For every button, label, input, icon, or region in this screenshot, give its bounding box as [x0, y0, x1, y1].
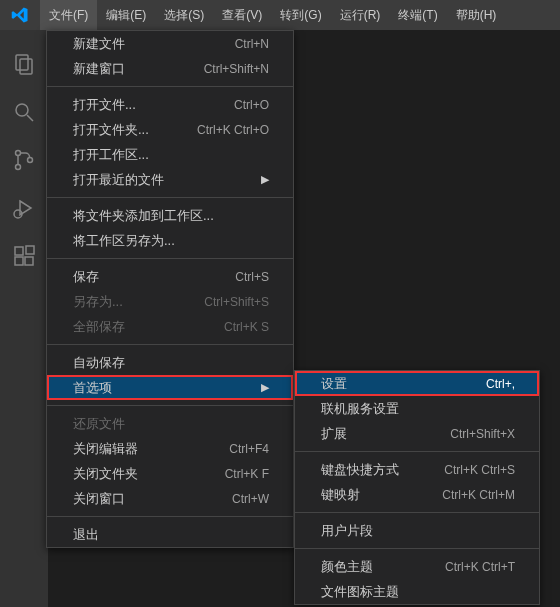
menu-文件(F)[interactable]: 文件(F)	[40, 0, 97, 30]
vscode-logo-icon	[0, 0, 40, 30]
pref-menu-label: 文件图标主题	[321, 583, 399, 601]
file-menu-separator	[47, 197, 293, 198]
svg-point-2	[16, 104, 28, 116]
file-menu-label: 退出	[73, 526, 99, 544]
pref-menu-separator	[295, 451, 539, 452]
pref-menu-item-0[interactable]: 设置Ctrl+,	[295, 371, 539, 396]
file-menu-item-6[interactable]: 打开最近的文件▶	[47, 167, 293, 192]
svg-rect-0	[16, 55, 28, 70]
extensions-icon[interactable]	[0, 232, 48, 280]
pref-menu-shortcut: Ctrl+K Ctrl+S	[444, 463, 515, 477]
pref-menu-item-4[interactable]: 键盘快捷方式Ctrl+K Ctrl+S	[295, 457, 539, 482]
file-menu-shortcut: Ctrl+F4	[229, 442, 269, 456]
file-menu-shortcut: Ctrl+Shift+S	[204, 295, 269, 309]
file-menu-separator	[47, 516, 293, 517]
pref-menu-label: 扩展	[321, 425, 347, 443]
file-menu-label: 还原文件	[73, 415, 125, 433]
pref-menu-item-1[interactable]: 联机服务设置	[295, 396, 539, 421]
pref-menu-shortcut: Ctrl+K Ctrl+M	[442, 488, 515, 502]
svg-line-3	[27, 115, 33, 121]
pref-menu-item-2[interactable]: 扩展Ctrl+Shift+X	[295, 421, 539, 446]
file-menu-shortcut: Ctrl+W	[232, 492, 269, 506]
file-menu-separator	[47, 258, 293, 259]
file-menu-label: 打开文件...	[73, 96, 136, 114]
menu-转到(G)[interactable]: 转到(G)	[271, 0, 330, 30]
file-menu-separator	[47, 86, 293, 87]
file-menu-label: 全部保存	[73, 318, 125, 336]
svg-rect-1	[20, 59, 32, 74]
preferences-submenu-dropdown: 设置Ctrl+,联机服务设置扩展Ctrl+Shift+X键盘快捷方式Ctrl+K…	[294, 370, 540, 605]
pref-menu-item-5[interactable]: 键映射Ctrl+K Ctrl+M	[295, 482, 539, 507]
file-menu-shortcut: Ctrl+O	[234, 98, 269, 112]
svg-rect-10	[15, 257, 23, 265]
pref-menu-item-7[interactable]: 用户片段	[295, 518, 539, 543]
file-menu-label: 打开最近的文件	[73, 171, 164, 189]
menu-编辑(E)[interactable]: 编辑(E)	[97, 0, 155, 30]
file-menu-label: 保存	[73, 268, 99, 286]
file-menu-shortcut: Ctrl+Shift+N	[204, 62, 269, 76]
explorer-icon[interactable]	[0, 40, 48, 88]
menu-查看(V)[interactable]: 查看(V)	[213, 0, 271, 30]
file-menu-shortcut: Ctrl+N	[235, 37, 269, 51]
file-menu-item-21[interactable]: 关闭窗口Ctrl+W	[47, 486, 293, 511]
file-menu-label: 关闭窗口	[73, 490, 125, 508]
file-menu-item-11[interactable]: 保存Ctrl+S	[47, 264, 293, 289]
menu-运行(R)[interactable]: 运行(R)	[331, 0, 390, 30]
menu-选择(S)[interactable]: 选择(S)	[155, 0, 213, 30]
file-menu-item-16[interactable]: 首选项▶	[47, 375, 293, 400]
pref-menu-label: 用户片段	[321, 522, 373, 540]
file-menu-shortcut: Ctrl+K Ctrl+O	[197, 123, 269, 137]
file-menu-item-15[interactable]: 自动保存	[47, 350, 293, 375]
pref-menu-label: 联机服务设置	[321, 400, 399, 418]
file-menu-item-1[interactable]: 新建窗口Ctrl+Shift+N	[47, 56, 293, 81]
file-menu-item-12: 另存为...Ctrl+Shift+S	[47, 289, 293, 314]
activity-bar	[0, 30, 48, 607]
file-menu-item-5[interactable]: 打开工作区...	[47, 142, 293, 167]
file-menu-shortcut: Ctrl+S	[235, 270, 269, 284]
file-menu-dropdown: 新建文件Ctrl+N新建窗口Ctrl+Shift+N打开文件...Ctrl+O打…	[46, 30, 294, 548]
svg-rect-11	[25, 257, 33, 265]
file-menu-item-9[interactable]: 将工作区另存为...	[47, 228, 293, 253]
file-menu-item-8[interactable]: 将文件夹添加到工作区...	[47, 203, 293, 228]
menubar: 文件(F)编辑(E)选择(S)查看(V)转到(G)运行(R)终端(T)帮助(H)	[0, 0, 560, 30]
file-menu-item-19[interactable]: 关闭编辑器Ctrl+F4	[47, 436, 293, 461]
file-menu-shortcut: Ctrl+K S	[224, 320, 269, 334]
file-menu-item-4[interactable]: 打开文件夹...Ctrl+K Ctrl+O	[47, 117, 293, 142]
pref-menu-shortcut: Ctrl+K Ctrl+T	[445, 560, 515, 574]
file-menu-label: 自动保存	[73, 354, 125, 372]
svg-point-6	[28, 158, 33, 163]
svg-rect-9	[15, 247, 23, 255]
menu-帮助(H)[interactable]: 帮助(H)	[447, 0, 506, 30]
file-menu-label: 打开工作区...	[73, 146, 149, 164]
file-menu-item-0[interactable]: 新建文件Ctrl+N	[47, 31, 293, 56]
file-menu-label: 新建文件	[73, 35, 125, 53]
file-menu-label: 新建窗口	[73, 60, 125, 78]
pref-menu-label: 颜色主题	[321, 558, 373, 576]
debug-icon[interactable]	[0, 184, 48, 232]
file-menu-label: 打开文件夹...	[73, 121, 149, 139]
chevron-right-icon: ▶	[261, 173, 269, 186]
pref-menu-item-9[interactable]: 颜色主题Ctrl+K Ctrl+T	[295, 554, 539, 579]
file-menu-item-18: 还原文件	[47, 411, 293, 436]
file-menu-item-3[interactable]: 打开文件...Ctrl+O	[47, 92, 293, 117]
file-menu-shortcut: Ctrl+K F	[225, 467, 269, 481]
search-icon[interactable]	[0, 88, 48, 136]
source-control-icon[interactable]	[0, 136, 48, 184]
pref-menu-separator	[295, 512, 539, 513]
pref-menu-item-10[interactable]: 文件图标主题	[295, 579, 539, 604]
menu-终端(T)[interactable]: 终端(T)	[389, 0, 446, 30]
file-menu-label: 另存为...	[73, 293, 123, 311]
file-menu-separator	[47, 405, 293, 406]
file-menu-label: 首选项	[73, 379, 112, 397]
pref-menu-shortcut: Ctrl+,	[486, 377, 515, 391]
pref-menu-shortcut: Ctrl+Shift+X	[450, 427, 515, 441]
file-menu-label: 将文件夹添加到工作区...	[73, 207, 214, 225]
pref-menu-separator	[295, 548, 539, 549]
file-menu-label: 关闭编辑器	[73, 440, 138, 458]
file-menu-item-20[interactable]: 关闭文件夹Ctrl+K F	[47, 461, 293, 486]
file-menu-label: 将工作区另存为...	[73, 232, 175, 250]
file-menu-item-23[interactable]: 退出	[47, 522, 293, 547]
file-menu-separator	[47, 344, 293, 345]
chevron-right-icon: ▶	[261, 381, 269, 394]
file-menu-label: 关闭文件夹	[73, 465, 138, 483]
